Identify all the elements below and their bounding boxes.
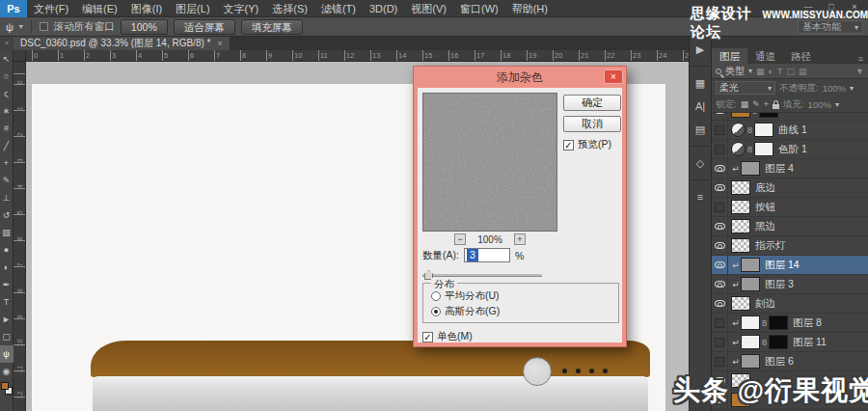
dialog-title[interactable]: 添加杂色: [414, 67, 626, 88]
adjustments-panel-icon[interactable]: ▦: [695, 76, 705, 90]
layer-row-底边[interactable]: 底边: [712, 178, 868, 198]
filter-shape-icon[interactable]: ▢: [786, 67, 795, 76]
eyedropper-tool-icon[interactable]: ╱: [0, 137, 14, 154]
visibility-toggle[interactable]: [712, 352, 728, 371]
document-tab[interactable]: DSC_0360.psd @ 33.3% (图层 14, RGB/8) * ×: [14, 37, 230, 50]
menu-layer[interactable]: 图层(L): [169, 0, 216, 17]
brush-tool-icon[interactable]: ✎: [0, 172, 14, 189]
filter-pixel-icon[interactable]: ▦: [756, 67, 765, 76]
foreground-color-swatch[interactable]: [1, 382, 9, 390]
menu-select[interactable]: 选择(S): [265, 0, 314, 17]
menu-window[interactable]: 窗口(W): [453, 0, 505, 17]
expand-panels-icon[interactable]: ▶: [696, 42, 704, 56]
hand-tool-icon[interactable]: ψ: [0, 345, 14, 363]
marquee-tool-icon[interactable]: ○: [0, 68, 14, 85]
properties-panel-icon[interactable]: ≡: [697, 190, 703, 204]
collapse-toolbar-icon[interactable]: «: [0, 37, 14, 50]
monochromatic-checkbox[interactable]: ✓: [422, 332, 433, 342]
visibility-toggle[interactable]: [712, 140, 728, 159]
layer-row-曲线 1[interactable]: 8曲线 1: [712, 121, 868, 140]
visibility-toggle[interactable]: [712, 178, 728, 198]
layer-row-按钮[interactable]: 按钮: [712, 198, 868, 217]
tab-paths[interactable]: 路径: [783, 48, 819, 64]
tab-close-icon[interactable]: ×: [217, 39, 222, 48]
filter-type-icon[interactable]: T: [777, 67, 783, 76]
visibility-toggle[interactable]: [712, 198, 728, 217]
noise-preview-box[interactable]: [422, 93, 557, 232]
fit-screen-button[interactable]: 适合屏幕: [174, 19, 235, 35]
menu-edit[interactable]: 编辑(E): [75, 0, 124, 17]
visibility-toggle[interactable]: [712, 217, 728, 236]
amount-input[interactable]: 3: [464, 248, 510, 262]
filter-smart-icon[interactable]: ▤: [799, 67, 807, 76]
3d-panel-icon[interactable]: ◇: [696, 156, 704, 170]
visibility-toggle[interactable]: [712, 333, 728, 352]
dialog-close-button[interactable]: ×: [604, 69, 623, 84]
menu-file[interactable]: 文件(F): [27, 0, 75, 17]
scroll-all-windows-checkbox[interactable]: [40, 22, 48, 31]
layer-row-partial-0[interactable]: 8: [712, 113, 868, 121]
cancel-button[interactable]: 取消: [563, 116, 621, 132]
tab-channels[interactable]: 通道: [747, 48, 783, 64]
tool-preset-caret-icon[interactable]: ▾: [19, 22, 23, 31]
type-tool-icon[interactable]: T: [0, 293, 14, 311]
zoom-out-button[interactable]: −: [454, 233, 466, 245]
panel-menu-icon[interactable]: ≡: [858, 54, 868, 64]
visibility-toggle[interactable]: [712, 159, 728, 178]
zoom-tool-icon[interactable]: ◉: [0, 363, 14, 380]
horizontal-ruler[interactable]: 0123456789101112131415161718192021222324…: [26, 50, 689, 62]
magic-wand-tool-icon[interactable]: ∗: [0, 102, 14, 120]
fill-value[interactable]: 100%: [808, 99, 831, 110]
fill-screen-button[interactable]: 填充屏幕: [241, 19, 303, 35]
ok-button[interactable]: 确定: [563, 95, 621, 111]
styles-panel-icon[interactable]: ▤: [695, 123, 705, 136]
menu-view[interactable]: 视图(V): [404, 0, 453, 17]
filter-adjustment-icon[interactable]: ◐: [769, 67, 773, 76]
visibility-toggle[interactable]: [712, 236, 728, 256]
visibility-toggle[interactable]: [712, 113, 728, 121]
visibility-toggle[interactable]: [712, 314, 728, 333]
opacity-value[interactable]: 100%: [823, 83, 846, 94]
path-selection-tool-icon[interactable]: ►: [0, 311, 14, 328]
gaussian-radio[interactable]: [431, 307, 441, 316]
layer-row-图层 6[interactable]: ↵图层 6: [712, 352, 868, 371]
layer-row-黑边[interactable]: 黑边: [712, 217, 868, 236]
slider-track[interactable]: [422, 274, 542, 277]
menu-image[interactable]: 图像(I): [124, 0, 169, 17]
layer-row-刻边[interactable]: 刻边: [712, 294, 868, 314]
lasso-tool-icon[interactable]: ς: [0, 85, 14, 102]
lock-transparency-icon[interactable]: ▦: [741, 99, 749, 109]
lock-all-icon[interactable]: [773, 104, 779, 109]
visibility-toggle[interactable]: [712, 256, 728, 275]
gradient-tool-icon[interactable]: ▧: [0, 224, 14, 241]
layer-row-图层 14[interactable]: ↵图层 14: [712, 256, 868, 275]
tab-layers[interactable]: 图层: [712, 48, 747, 64]
filter-toggle-icon[interactable]: ▼: [855, 67, 864, 76]
layer-row-图层 3[interactable]: ↵图层 3: [712, 275, 868, 294]
layer-row-图层 8[interactable]: ↵8图层 8: [712, 314, 868, 333]
blend-mode-select[interactable]: 柔光 ▾: [716, 81, 775, 95]
layer-row-图层 11[interactable]: ↵8图层 11: [712, 333, 868, 352]
history-brush-tool-icon[interactable]: ↺: [0, 206, 14, 224]
preview-checkbox[interactable]: ✓: [563, 140, 574, 151]
move-tool-icon[interactable]: ↖: [0, 50, 14, 68]
zoom-in-button[interactable]: +: [514, 233, 526, 245]
character-panel-icon[interactable]: A|: [695, 99, 705, 113]
menu-3d[interactable]: 3D(D): [363, 0, 404, 17]
menu-help[interactable]: 帮助(H): [505, 0, 555, 17]
layer-row-色阶 1[interactable]: 8色阶 1: [712, 140, 868, 159]
crop-tool-icon[interactable]: #: [0, 120, 14, 137]
visibility-toggle[interactable]: [712, 294, 728, 314]
layer-row-指示灯[interactable]: 指示灯: [712, 236, 868, 256]
layer-row-图层 4[interactable]: ↵图层 4: [712, 159, 868, 178]
color-swatches[interactable]: [0, 382, 14, 397]
shape-tool-icon[interactable]: ▢: [0, 328, 14, 345]
visibility-toggle[interactable]: [712, 121, 728, 140]
healing-brush-tool-icon[interactable]: +: [0, 154, 14, 172]
lock-position-icon[interactable]: +: [764, 99, 769, 109]
dodge-tool-icon[interactable]: ◐: [0, 259, 14, 276]
blur-tool-icon[interactable]: ●: [0, 241, 14, 259]
menu-type[interactable]: 文字(Y): [217, 0, 266, 17]
menu-filter[interactable]: 滤镜(T): [314, 0, 363, 17]
visibility-toggle[interactable]: [712, 275, 728, 294]
